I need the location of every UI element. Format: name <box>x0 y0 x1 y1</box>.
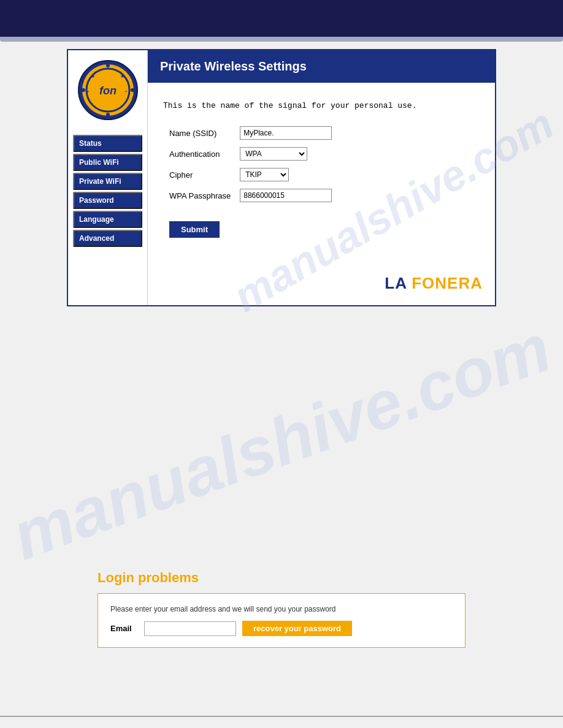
cipher-select[interactable]: TKIP AES <box>240 168 289 181</box>
svg-point-6 <box>82 88 85 92</box>
passphrase-label: WPA Passphrase <box>169 185 240 206</box>
nav-menu: Status Public WiFi Private WiFi Password… <box>68 135 147 247</box>
email-input[interactable] <box>144 621 236 636</box>
content-header: Private Wireless Settings <box>148 50 495 83</box>
svg-text:+: + <box>124 89 128 94</box>
sidebar-item-advanced[interactable]: Advanced <box>73 230 142 247</box>
svg-point-5 <box>106 113 110 116</box>
sidebar-item-language[interactable]: Language <box>73 211 142 228</box>
fon-logo: fon ★ ★ + + <box>77 59 139 121</box>
description-text: This is the name of the signal for your … <box>163 101 480 110</box>
name-label: Name (SSID) <box>169 123 240 143</box>
sidebar: fon ★ ★ + + Status Public WiFi Private W… <box>68 50 148 305</box>
login-description: Please enter your email address and we w… <box>110 605 453 613</box>
bottom-spacer <box>0 666 563 703</box>
cipher-label: Cipher <box>169 164 240 185</box>
auth-label: Authentication <box>169 143 240 164</box>
login-title: Login problems <box>98 570 465 586</box>
login-box: Please enter your email address and we w… <box>98 593 465 648</box>
la-text: LA <box>385 274 412 292</box>
content-body: This is the name of the signal for your … <box>148 95 495 305</box>
auth-row: Authentication WPA WPA2 WEP None <box>169 143 338 164</box>
svg-text:★: ★ <box>91 74 95 79</box>
sidebar-item-public-wifi[interactable]: Public WiFi <box>73 154 142 171</box>
logo-container: fon ★ ★ + + <box>74 56 142 124</box>
top-banner <box>0 0 563 37</box>
content-area: Private Wireless Settings This is the na… <box>148 50 495 305</box>
sidebar-item-status[interactable]: Status <box>73 135 142 152</box>
svg-text:fon: fon <box>99 85 117 97</box>
recover-button[interactable]: recover your password <box>242 621 352 636</box>
name-row: Name (SSID) <box>169 123 338 143</box>
svg-text:+: + <box>86 89 90 94</box>
login-section: Login problems Please enter your email a… <box>98 570 465 648</box>
name-input[interactable] <box>240 126 332 140</box>
svg-point-4 <box>106 64 110 67</box>
bottom-bar-line <box>0 716 563 717</box>
brand-label: LA FONERA <box>385 274 483 293</box>
svg-text:★: ★ <box>120 74 124 79</box>
sidebar-item-private-wifi[interactable]: Private WiFi <box>73 173 142 190</box>
page-title: Private Wireless Settings <box>160 59 307 73</box>
watermark-section: manualshive.com <box>0 319 563 564</box>
big-watermark: manualshive.com <box>2 319 561 564</box>
sidebar-item-password[interactable]: Password <box>73 192 142 209</box>
email-label: Email <box>110 624 138 633</box>
svg-point-7 <box>131 88 134 92</box>
passphrase-row: WPA Passphrase <box>169 185 338 206</box>
submit-button[interactable]: Submit <box>169 221 220 238</box>
settings-form: Name (SSID) Authentication WPA WPA2 WEP … <box>169 123 338 206</box>
login-form-row: Email recover your password <box>110 621 453 636</box>
passphrase-input[interactable] <box>240 189 332 202</box>
auth-select[interactable]: WPA WPA2 WEP None <box>240 147 307 161</box>
main-panel: fon ★ ★ + + Status Public WiFi Private W… <box>67 49 496 306</box>
cipher-row: Cipher TKIP AES <box>169 164 338 185</box>
